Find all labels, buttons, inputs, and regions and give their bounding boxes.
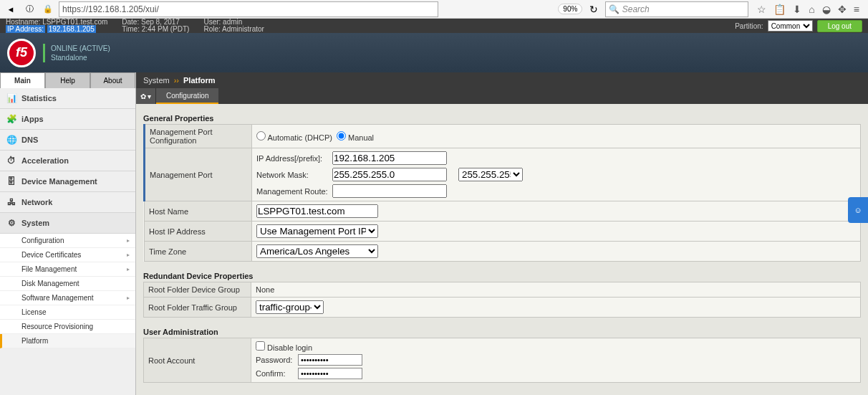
nav-acceleration[interactable]: ⏱Acceleration <box>0 151 135 171</box>
mask-input[interactable] <box>332 168 447 181</box>
nav-iapps[interactable]: 🧩iApps <box>0 109 135 130</box>
sub-software-mgmt[interactable]: Software Management▸ <box>0 291 135 305</box>
partition-select[interactable]: Common <box>768 20 813 32</box>
sub-platform[interactable]: Platform <box>0 334 135 348</box>
chevron-right-icon: ▸ <box>127 237 130 244</box>
crumb-root: System <box>143 76 170 85</box>
search-icon: 🔍 <box>609 4 619 14</box>
ip-input[interactable] <box>332 151 447 165</box>
lock-icon: 🔒 <box>40 1 56 17</box>
menu-icon[interactable]: ≡ <box>854 4 859 15</box>
reload-button[interactable]: ↻ <box>589 4 598 15</box>
tz-label: Time Zone <box>145 242 252 262</box>
f5-logo: f5 <box>7 39 36 67</box>
ip-sublabel: IP Address[/prefix]: <box>256 154 328 163</box>
sub-label: Configuration <box>21 237 64 244</box>
time-label: Time: <box>122 25 140 33</box>
tz-select[interactable]: America/Los Angeles <box>256 244 378 258</box>
route-input[interactable] <box>332 184 447 198</box>
content: System ›› Platform ✿ ▾ Configuration Gen… <box>136 72 868 395</box>
radio-manual-wrap[interactable]: Manual <box>337 131 374 142</box>
mgmt-port-label: Management Port <box>145 148 252 201</box>
route-sublabel: Management Route: <box>256 187 328 196</box>
pocket-icon[interactable]: ◒ <box>822 4 831 15</box>
online-status: ONLINE (ACTIVE) <box>51 44 110 53</box>
chart-icon: 📊 <box>6 92 17 104</box>
radio-manual[interactable] <box>337 131 346 141</box>
tab-about[interactable]: About <box>90 72 135 88</box>
nav-label: DNS <box>21 135 38 144</box>
chevron-right-icon: ▸ <box>127 266 130 272</box>
star-icon[interactable]: ☆ <box>757 4 766 15</box>
sidebar: Main Help About 📊Statistics 🧩iApps 🌐DNS … <box>0 72 136 395</box>
search-box[interactable]: 🔍 Search <box>605 1 748 17</box>
mask-preset-select[interactable]: 255.255.255.0 <box>458 168 523 181</box>
device-icon: 🗄 <box>6 176 17 187</box>
sub-configuration[interactable]: Configuration▸ <box>0 234 135 248</box>
radio-auto-wrap[interactable]: Automatic (DHCP) <box>256 131 332 142</box>
partition-label: Partition: <box>735 22 763 30</box>
hostip-label: Host IP Address <box>145 222 252 242</box>
dev-group-value: None <box>251 282 861 298</box>
plugin-icon[interactable]: ✥ <box>838 4 847 15</box>
hostname-input[interactable] <box>256 204 378 218</box>
mask-sublabel: Network Mask: <box>256 171 328 179</box>
sub-label: Platform <box>21 337 48 345</box>
chevron-right-icon: ▸ <box>127 252 130 258</box>
tab-main[interactable]: Main <box>0 72 45 88</box>
ip-value: 192.168.1.205 <box>47 25 96 33</box>
tab-configuration[interactable]: Configuration <box>156 88 218 104</box>
side-widget[interactable]: ☺ <box>848 197 868 223</box>
sub-device-certs[interactable]: Device Certificates▸ <box>0 248 135 262</box>
sub-license[interactable]: License <box>0 305 135 320</box>
nav-system[interactable]: ⚙System <box>0 213 135 234</box>
gauge-icon: ⏱ <box>6 155 17 166</box>
chevron-right-icon: ▸ <box>127 295 130 301</box>
hostname-label: Host Name <box>145 201 252 222</box>
radio-auto[interactable] <box>256 131 266 141</box>
settings-dropdown[interactable]: ✿ ▾ <box>136 88 156 104</box>
section-useradmin-title: User Administration <box>143 328 861 336</box>
disable-login-checkbox[interactable] <box>256 341 265 351</box>
home-icon[interactable]: ⌂ <box>809 4 814 15</box>
download-icon[interactable]: ⬇ <box>793 4 801 15</box>
sub-resource-prov[interactable]: Resource Provisioning <box>0 320 135 334</box>
sub-file-mgmt[interactable]: File Management▸ <box>0 262 135 277</box>
nav-network[interactable]: 🖧Network <box>0 192 135 213</box>
root-account-label: Root Account <box>144 338 251 383</box>
nav-label: Statistics <box>21 94 57 103</box>
nav-dns[interactable]: 🌐DNS <box>0 130 135 151</box>
nav-device-mgmt[interactable]: 🗄Device Management <box>0 171 135 192</box>
logout-button[interactable]: Log out <box>817 20 862 32</box>
sub-label: File Management <box>21 265 77 273</box>
password-sublabel: Password: <box>256 356 295 364</box>
nav-statistics[interactable]: 📊Statistics <box>0 88 135 109</box>
clipboard-icon[interactable]: 📋 <box>773 4 786 15</box>
sub-label: Disk Management <box>21 280 79 287</box>
disable-login-wrap[interactable]: Disable login <box>256 341 312 352</box>
hostip-select[interactable]: Use Management Port IP Address <box>256 224 378 238</box>
mgmt-port-cfg-label: Management Port Configuration <box>145 125 252 148</box>
system-icon: ⚙ <box>6 217 17 229</box>
info-icon[interactable]: ⓘ <box>21 1 37 17</box>
section-redundant-title: Redundant Device Properties <box>143 272 861 280</box>
dev-group-label: Root Folder Device Group <box>144 282 251 298</box>
nav-label: iApps <box>21 115 44 123</box>
zoom-badge[interactable]: 90% <box>558 4 582 14</box>
banner: f5 ONLINE (ACTIVE) Standalone <box>0 33 868 72</box>
traffic-select[interactable]: traffic-group-1 <box>256 300 324 314</box>
tab-help[interactable]: Help <box>45 72 90 88</box>
network-icon: 🖧 <box>6 196 17 208</box>
radio-manual-label: Manual <box>348 133 374 142</box>
url-text: https://192.168.1.205/xui/ <box>62 4 159 14</box>
password-input[interactable] <box>298 354 362 366</box>
crumb-leaf: Platform <box>183 76 216 85</box>
url-bar[interactable]: https://192.168.1.205/xui/ <box>59 1 438 17</box>
nav-label: Device Management <box>21 177 97 186</box>
back-button[interactable]: ◄ <box>3 1 19 17</box>
nav-label: System <box>21 219 49 227</box>
confirm-input[interactable] <box>298 368 362 379</box>
time-value: 2:44 PM (PDT) <box>142 25 190 33</box>
sub-disk-mgmt[interactable]: Disk Management <box>0 277 135 291</box>
confirm-sublabel: Confirm: <box>256 369 295 378</box>
